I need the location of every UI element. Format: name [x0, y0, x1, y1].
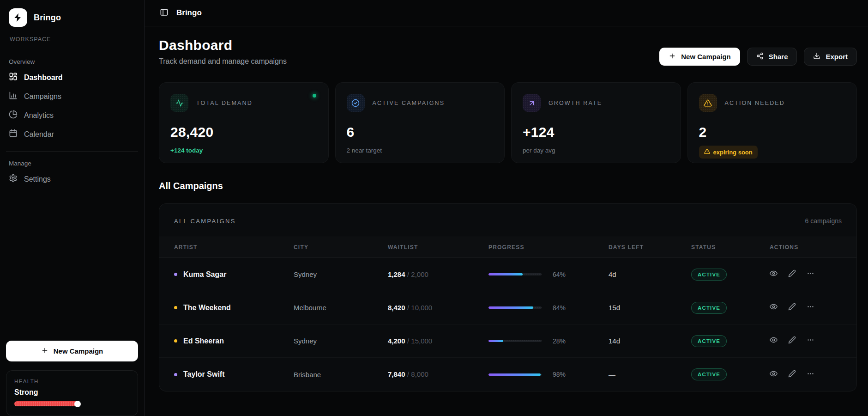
section-title: All Campaigns [159, 181, 857, 191]
topbar-title: Bringo [176, 8, 202, 18]
column-header-progress: PROGRESS [488, 244, 609, 251]
progress-percent: 28% [553, 337, 566, 345]
more-options-icon[interactable] [807, 336, 814, 346]
new-campaign-label: New Campaign [681, 53, 731, 61]
sidebar-item-campaigns[interactable]: Campaigns [6, 87, 138, 106]
campaigns-table-card: ALL CAMPAIGNS 6 campaigns ARTIST CITY WA… [159, 203, 857, 392]
artist-name: Taylor Swift [183, 370, 225, 379]
column-header-actions: ACTIONS [770, 244, 842, 251]
city-cell: Brisbane [294, 371, 388, 379]
export-button[interactable]: Export [804, 48, 857, 66]
waitlist-target: / 15,000 [407, 337, 432, 345]
column-header-city: CITY [294, 244, 388, 251]
table-row[interactable]: Kuma Sagar Sydney 1,284 / 2,000 64% 4d A… [159, 258, 856, 291]
artist-dot [174, 373, 177, 376]
pie-chart-icon [9, 110, 18, 121]
new-campaign-button[interactable]: New Campaign [659, 48, 740, 66]
sidebar-divider [6, 151, 138, 152]
panel-toggle-icon[interactable] [160, 8, 169, 18]
waitlist-target: / 2,000 [407, 270, 428, 278]
artist-name: Ed Sheeran [183, 337, 224, 345]
sidebar-item-dashboard[interactable]: Dashboard [6, 68, 138, 87]
stat-value: 28,420 [170, 124, 317, 140]
logo-text: Bringo [34, 13, 61, 23]
eye-icon[interactable] [770, 303, 778, 312]
download-icon [813, 52, 820, 61]
progress-fill [488, 273, 523, 275]
more-options-icon[interactable] [807, 303, 814, 312]
more-options-icon[interactable] [807, 269, 814, 279]
column-header-waitlist: WAITLIST [388, 244, 488, 251]
health-card: HEALTH Strong [6, 370, 138, 416]
logo: Bringo [6, 6, 138, 29]
progress-fill [488, 340, 503, 342]
sidebar-item-calendar[interactable]: Calendar [6, 125, 138, 144]
table-row[interactable]: The Weekend Melbourne 8,420 / 10,000 84%… [159, 291, 856, 324]
status-badge: ACTIVE [691, 269, 727, 281]
pencil-icon[interactable] [788, 336, 796, 346]
waitlist-target: / 8,000 [407, 370, 428, 378]
gear-icon [9, 174, 18, 184]
pencil-icon[interactable] [788, 269, 796, 279]
check-circle-icon [347, 94, 365, 112]
plus-icon [669, 52, 676, 61]
live-dot-indicator [313, 94, 316, 98]
progress-percent: 98% [553, 371, 566, 378]
share-button[interactable]: Share [747, 48, 797, 66]
progress-bar [488, 306, 542, 309]
page-subtitle: Track demand and manage campaigns [159, 57, 287, 66]
calendar-icon [9, 129, 18, 140]
sidebar-item-settings[interactable]: Settings [6, 170, 138, 189]
stat-sub: 2 near target [347, 147, 494, 154]
sidebar-item-label: Dashboard [24, 73, 63, 82]
sidebar-bottom: New Campaign HEALTH Strong [6, 341, 138, 416]
pencil-icon[interactable] [788, 303, 796, 312]
sidebar-item-label: Settings [24, 175, 51, 184]
more-options-icon[interactable] [807, 370, 814, 379]
eye-icon[interactable] [770, 269, 778, 279]
progress-bar [488, 373, 542, 376]
stat-sub: +124 today [170, 147, 317, 154]
eye-icon[interactable] [770, 370, 778, 379]
stat-label: TOTAL DEMAND [196, 100, 253, 106]
stat-label: ACTIVE CAMPAIGNS [373, 100, 445, 106]
days-left-cell: — [609, 371, 691, 379]
topbar: Bringo [145, 0, 868, 26]
column-header-status: STATUS [691, 244, 770, 251]
content: Dashboard Track demand and manage campai… [145, 26, 868, 416]
stat-label: GROWTH RATE [549, 100, 602, 106]
table-row[interactable]: Ed Sheeran Sydney 4,200 / 15,000 28% 14d… [159, 324, 856, 358]
warning-icon [704, 148, 710, 156]
bolt-logo-icon [9, 8, 27, 27]
page-title: Dashboard [159, 37, 287, 53]
health-value: Strong [14, 388, 130, 397]
header-actions: New Campaign Share Export [659, 48, 857, 66]
sidebar-new-campaign-label: New Campaign [54, 347, 103, 355]
pencil-icon[interactable] [788, 370, 796, 379]
nav-section-manage: Manage [9, 160, 138, 167]
sidebar-new-campaign-button[interactable]: New Campaign [6, 341, 138, 361]
stat-value: +124 [523, 124, 669, 140]
waitlist-value: 4,200 [388, 337, 405, 345]
table-row[interactable]: Taylor Swift Brisbane 7,840 / 8,000 98% … [159, 358, 856, 391]
column-header-days-left: DAYS LEFT [609, 244, 691, 251]
days-left-cell: 4d [609, 270, 691, 278]
nav-section-overview: Overview [9, 58, 138, 65]
artist-name: The Weekend [183, 304, 231, 312]
dashboard-grid-icon [9, 72, 18, 83]
app-window: Bringo WORKSPACE Overview Dashboard Camp… [0, 0, 868, 416]
sidebar-item-analytics[interactable]: Analytics [6, 106, 138, 125]
progress-fill [488, 306, 533, 309]
plus-icon [41, 347, 48, 355]
stat-cards: TOTAL DEMAND 28,420 +124 today ACTIVE CA… [159, 82, 857, 163]
days-left-cell: 14d [609, 337, 691, 345]
page-head: Dashboard Track demand and manage campai… [159, 37, 857, 66]
warning-icon [699, 94, 717, 112]
stat-value: 6 [347, 124, 494, 140]
stat-card-growth-rate: GROWTH RATE +124 per day avg [511, 82, 681, 163]
artist-dot [174, 306, 177, 309]
status-badge: ACTIVE [691, 368, 727, 380]
city-cell: Melbourne [294, 304, 388, 312]
share-label: Share [769, 53, 788, 61]
eye-icon[interactable] [770, 336, 778, 346]
